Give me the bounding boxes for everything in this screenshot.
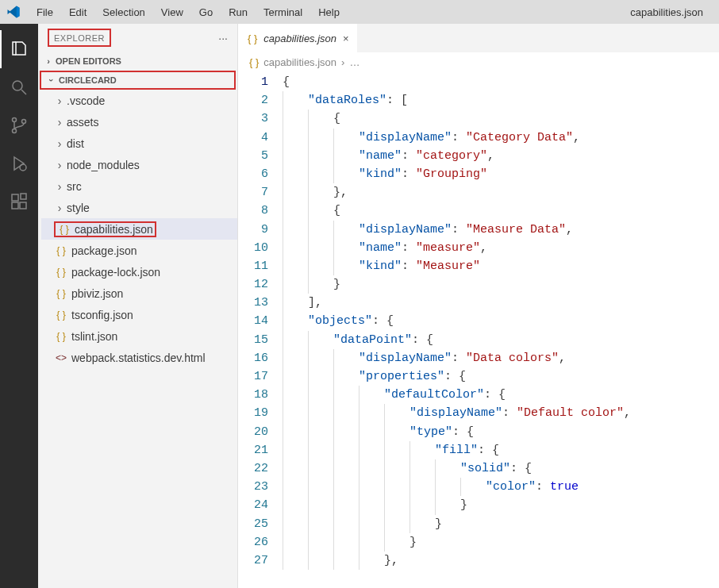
code-line: "displayName": "Category Data",: [283, 129, 719, 147]
folder-label: style: [67, 202, 90, 214]
line-number: 2: [238, 91, 268, 110]
search-icon: [10, 78, 29, 97]
file-tree: ›.vscode›assets›dist›node_modules›src›st…: [38, 90, 237, 368]
line-number: 27: [238, 551, 268, 570]
menu-go[interactable]: Go: [191, 3, 221, 21]
code-line: "name": "measure",: [283, 239, 719, 257]
file-pbiviz-json[interactable]: { }pbiviz.json: [41, 282, 237, 304]
code-line: "objects": {: [283, 312, 719, 330]
folder-label: dist: [67, 137, 84, 150]
json-icon: { }: [54, 331, 68, 342]
folder-dist[interactable]: ›dist: [41, 133, 237, 154]
menu-edit[interactable]: Edit: [61, 3, 94, 21]
code-line: },: [283, 183, 719, 202]
editor[interactable]: 1234567891011121314151617181920212223242…: [238, 71, 719, 588]
chevron-right-icon: ›: [341, 56, 344, 68]
sidebar-more-icon[interactable]: ···: [218, 32, 228, 44]
file-capabilities-json[interactable]: { }capabilities.json: [41, 218, 237, 240]
file-package-json[interactable]: { }package.json: [41, 240, 237, 261]
code-line: "displayName": "Measure Data",: [283, 221, 719, 239]
activity-explorer[interactable]: [0, 30, 38, 68]
line-number: 10: [238, 239, 268, 257]
code-line: "solid": {: [283, 459, 719, 478]
activity-extensions[interactable]: [0, 183, 38, 221]
code-line: "displayName": "Default color",: [283, 404, 719, 422]
chevron-right-icon: ›: [54, 137, 65, 150]
html-icon: <>: [54, 352, 68, 363]
code-line: }: [283, 496, 719, 514]
menu-selection[interactable]: Selection: [94, 3, 152, 21]
chevron-down-icon: ›: [47, 75, 56, 86]
chevron-right-icon: ›: [54, 116, 65, 129]
git-branch-icon: [10, 116, 29, 135]
code-line: }: [283, 533, 719, 551]
activity-search[interactable]: [0, 68, 38, 106]
activity-run[interactable]: [0, 144, 38, 183]
svg-point-1: [13, 118, 17, 122]
code-line: "kind": "Measure": [283, 257, 719, 275]
folder-assets[interactable]: ›assets: [41, 111, 237, 133]
line-number: 19: [238, 404, 268, 422]
menu-terminal[interactable]: Terminal: [256, 3, 310, 21]
menu-help[interactable]: Help: [310, 3, 348, 21]
line-number: 24: [238, 496, 268, 514]
file-label: webpack.statistics.dev.html: [71, 352, 206, 364]
play-bug-icon: [10, 154, 29, 173]
svg-point-3: [22, 120, 26, 124]
code-line: "name": "category",: [283, 147, 719, 165]
json-icon: { }: [54, 245, 68, 256]
folder-src[interactable]: ›src: [41, 175, 237, 197]
line-number: 9: [238, 221, 268, 239]
folder--vscode[interactable]: ›.vscode: [41, 90, 237, 111]
line-number: 23: [238, 478, 268, 496]
code-line: "type": {: [283, 423, 719, 441]
folder-label: assets: [67, 116, 98, 129]
tab-bar: { } capabilities.json ×: [238, 24, 719, 52]
code-line: "properties": {: [283, 367, 719, 386]
file-tslint-json[interactable]: { }tslint.json: [41, 325, 237, 347]
file-package-lock-json[interactable]: { }package-lock.json: [41, 261, 237, 282]
editor-column: { } capabilities.json × { } capabilities…: [238, 24, 719, 588]
svg-rect-8: [21, 194, 26, 199]
file-label: package.json: [71, 244, 137, 257]
section-project[interactable]: › CIRCLECARD: [40, 71, 236, 90]
main: EXPLORER ··· › OPEN EDITORS › CIRCLECARD…: [0, 24, 719, 588]
vscode-logo-icon: [6, 5, 21, 19]
folder-node-modules[interactable]: ›node_modules: [41, 154, 237, 175]
menubar: FileEditSelectionViewGoRunTerminalHelp c…: [0, 0, 719, 24]
line-number: 21: [238, 441, 268, 459]
folder-label: .vscode: [67, 94, 105, 107]
line-number: 15: [238, 331, 268, 349]
tab-label: capabilities.json: [263, 33, 336, 44]
menu-run[interactable]: Run: [221, 3, 256, 21]
activity-source-control[interactable]: [0, 106, 38, 144]
line-number: 4: [238, 129, 268, 147]
line-number: 18: [238, 386, 268, 404]
file-label: capabilities.json: [75, 223, 153, 236]
line-number: 5: [238, 147, 268, 165]
close-icon[interactable]: ×: [343, 33, 349, 44]
chevron-right-icon: ›: [54, 159, 65, 171]
chevron-right-icon: ›: [54, 180, 65, 193]
menu-file[interactable]: File: [29, 3, 61, 21]
section-open-editors[interactable]: › OPEN EDITORS: [38, 52, 237, 71]
menu-items: FileEditSelectionViewGoRunTerminalHelp: [29, 3, 348, 21]
chevron-right-icon: ›: [54, 202, 65, 214]
file-tsconfig-json[interactable]: { }tsconfig.json: [41, 304, 237, 325]
breadcrumb[interactable]: { } capabilities.json › …: [238, 52, 719, 71]
file-webpack-statistics-dev-html[interactable]: <>webpack.statistics.dev.html: [41, 347, 237, 368]
tab-capabilities[interactable]: { } capabilities.json ×: [238, 24, 357, 52]
menu-view[interactable]: View: [153, 3, 191, 21]
file-label: tsconfig.json: [71, 309, 133, 321]
sidebar: EXPLORER ··· › OPEN EDITORS › CIRCLECARD…: [38, 24, 238, 588]
activitybar: [0, 24, 38, 588]
code-area[interactable]: {"dataRoles": [{"displayName": "Category…: [283, 71, 719, 588]
line-number: 7: [238, 183, 268, 202]
line-number: 25: [238, 515, 268, 533]
code-line: "displayName": "Data colors",: [283, 349, 719, 367]
line-number: 14: [238, 312, 268, 330]
chevron-right-icon: ›: [54, 94, 65, 107]
folder-style[interactable]: ›style: [41, 197, 237, 218]
json-icon: { }: [57, 224, 71, 235]
section-label: OPEN EDITORS: [56, 56, 121, 66]
